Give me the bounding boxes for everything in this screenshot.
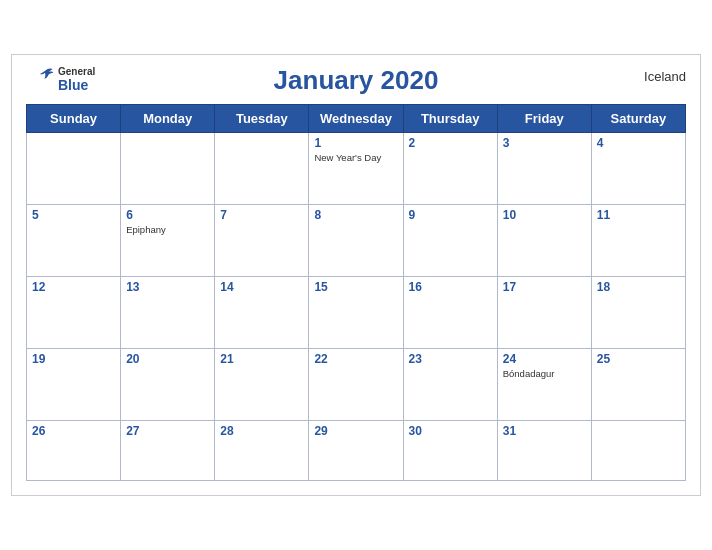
logo-blue-label: Blue [58, 77, 95, 93]
header-thursday: Thursday [403, 105, 497, 133]
day-number: 16 [409, 280, 492, 294]
day-number: 24 [503, 352, 586, 366]
calendar-table: Sunday Monday Tuesday Wednesday Thursday… [26, 104, 686, 481]
calendar-cell: 6Epiphany [121, 205, 215, 277]
week-row-4: 192021222324Bóndadagur25 [27, 349, 686, 421]
calendar-cell [121, 133, 215, 205]
calendar-cell: 21 [215, 349, 309, 421]
day-number: 29 [314, 424, 397, 438]
calendar-cell: 7 [215, 205, 309, 277]
calendar-cell: 24Bóndadagur [497, 349, 591, 421]
header-tuesday: Tuesday [215, 105, 309, 133]
calendar-cell: 13 [121, 277, 215, 349]
calendar-cell: 12 [27, 277, 121, 349]
day-number: 1 [314, 136, 397, 150]
calendar-cell: 27 [121, 421, 215, 481]
calendar-cell: 4 [591, 133, 685, 205]
day-number: 5 [32, 208, 115, 222]
calendar-cell: 11 [591, 205, 685, 277]
calendar-cell: 2 [403, 133, 497, 205]
header-sunday: Sunday [27, 105, 121, 133]
day-number: 22 [314, 352, 397, 366]
day-number: 20 [126, 352, 209, 366]
day-number: 12 [32, 280, 115, 294]
day-number: 7 [220, 208, 303, 222]
calendar: General Blue January 2020 Iceland Sunday… [11, 54, 701, 496]
logo-general-label: General [58, 66, 95, 77]
header-monday: Monday [121, 105, 215, 133]
day-number: 14 [220, 280, 303, 294]
day-number: 8 [314, 208, 397, 222]
calendar-cell: 29 [309, 421, 403, 481]
calendar-cell [591, 421, 685, 481]
calendar-cell: 17 [497, 277, 591, 349]
header-saturday: Saturday [591, 105, 685, 133]
day-number: 31 [503, 424, 586, 438]
calendar-cell: 31 [497, 421, 591, 481]
calendar-header: General Blue January 2020 Iceland [26, 65, 686, 96]
calendar-cell [215, 133, 309, 205]
day-number: 13 [126, 280, 209, 294]
day-number: 18 [597, 280, 680, 294]
day-number: 6 [126, 208, 209, 222]
day-number: 19 [32, 352, 115, 366]
calendar-cell: 15 [309, 277, 403, 349]
holiday-label: New Year's Day [314, 152, 397, 163]
logo: General Blue [26, 65, 95, 93]
day-number: 30 [409, 424, 492, 438]
calendar-cell: 28 [215, 421, 309, 481]
country-label: Iceland [644, 69, 686, 84]
calendar-cell: 22 [309, 349, 403, 421]
day-number: 21 [220, 352, 303, 366]
day-number: 9 [409, 208, 492, 222]
calendar-cell: 25 [591, 349, 685, 421]
day-number: 23 [409, 352, 492, 366]
calendar-cell: 23 [403, 349, 497, 421]
day-number: 11 [597, 208, 680, 222]
holiday-label: Epiphany [126, 224, 209, 235]
calendar-cell: 1New Year's Day [309, 133, 403, 205]
days-header-row: Sunday Monday Tuesday Wednesday Thursday… [27, 105, 686, 133]
day-number: 26 [32, 424, 115, 438]
day-number: 10 [503, 208, 586, 222]
header-friday: Friday [497, 105, 591, 133]
week-row-5: 262728293031 [27, 421, 686, 481]
calendar-cell: 5 [27, 205, 121, 277]
day-number: 3 [503, 136, 586, 150]
day-number: 28 [220, 424, 303, 438]
calendar-cell: 20 [121, 349, 215, 421]
day-number: 17 [503, 280, 586, 294]
calendar-cell: 16 [403, 277, 497, 349]
holiday-label: Bóndadagur [503, 368, 586, 379]
calendar-title: January 2020 [274, 65, 439, 96]
calendar-cell: 30 [403, 421, 497, 481]
calendar-cell: 14 [215, 277, 309, 349]
calendar-cell: 18 [591, 277, 685, 349]
day-number: 27 [126, 424, 209, 438]
header-wednesday: Wednesday [309, 105, 403, 133]
day-number: 25 [597, 352, 680, 366]
logo-bird-icon [26, 65, 54, 93]
calendar-cell [27, 133, 121, 205]
week-row-3: 12131415161718 [27, 277, 686, 349]
logo-text: General Blue [58, 66, 95, 93]
day-number: 4 [597, 136, 680, 150]
day-number: 2 [409, 136, 492, 150]
calendar-cell: 8 [309, 205, 403, 277]
calendar-cell: 3 [497, 133, 591, 205]
calendar-cell: 10 [497, 205, 591, 277]
calendar-cell: 26 [27, 421, 121, 481]
week-row-2: 56Epiphany7891011 [27, 205, 686, 277]
calendar-cell: 9 [403, 205, 497, 277]
calendar-cell: 19 [27, 349, 121, 421]
week-row-1: 1New Year's Day234 [27, 133, 686, 205]
day-number: 15 [314, 280, 397, 294]
